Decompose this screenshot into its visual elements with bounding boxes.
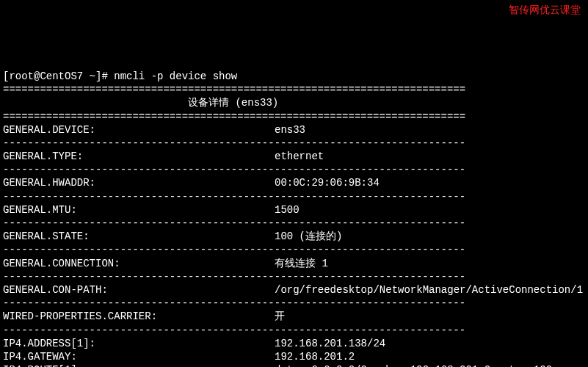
property-key: GENERAL.MTU:	[3, 203, 275, 217]
property-key: GENERAL.CON-PATH:	[3, 283, 275, 297]
property-key: GENERAL.HWADDR:	[3, 176, 275, 189]
section-title: 设备详情 (ens33)	[3, 96, 585, 109]
separator-double: ========================================…	[3, 83, 585, 96]
property-row: GENERAL.MTU:1500	[3, 203, 585, 217]
separator-dash: ----------------------------------------…	[3, 217, 585, 230]
property-value: /org/freedesktop/NetworkManager/ActiveCo…	[275, 283, 585, 297]
property-key: GENERAL.STATE:	[3, 230, 275, 243]
property-key: GENERAL.TYPE:	[3, 150, 275, 163]
property-row: GENERAL.CONNECTION:有线连接 1	[3, 257, 585, 270]
property-row: GENERAL.CON-PATH:/org/freedesktop/Networ…	[3, 283, 585, 297]
property-key: GENERAL.CONNECTION:	[3, 257, 275, 270]
property-value: ethernet	[275, 150, 585, 163]
property-row: WIRED-PROPERTIES.CARRIER:开	[3, 310, 585, 323]
property-row: GENERAL.HWADDR:00:0C:29:06:9B:34	[3, 176, 585, 189]
property-key: IP4.ROUTE[1]:	[3, 363, 275, 367]
separator-dash: ----------------------------------------…	[3, 243, 585, 256]
property-value: 100 (连接的)	[275, 230, 585, 243]
property-value: 192.168.201.138/24	[275, 337, 585, 350]
separator-dash: ----------------------------------------…	[3, 137, 585, 150]
separator-dash: ----------------------------------------…	[3, 324, 585, 337]
separator-dash: ----------------------------------------…	[3, 270, 585, 283]
ip4-row: IP4.ROUTE[1]:dst = 0.0.0.0/0, nh = 192.1…	[3, 363, 585, 367]
terminal-output: [root@CentOS7 ~]# nmcli -p device show==…	[3, 70, 585, 367]
property-value: 有线连接 1	[275, 257, 585, 270]
separator-dash: ----------------------------------------…	[3, 163, 585, 176]
property-key: IP4.GATEWAY:	[3, 350, 275, 363]
property-value: 00:0C:29:06:9B:34	[275, 176, 585, 189]
property-value: ens33	[275, 123, 585, 137]
ip4-row: IP4.GATEWAY:192.168.201.2	[3, 350, 585, 363]
property-value: 1500	[275, 203, 585, 217]
command-prompt: [root@CentOS7 ~]# nmcli -p device show	[3, 70, 585, 83]
ip4-row: IP4.ADDRESS[1]:192.168.201.138/24	[3, 337, 585, 350]
watermark-text: 智传网优云课堂	[509, 3, 581, 16]
property-row: GENERAL.STATE:100 (连接的)	[3, 230, 585, 243]
separator-dash: ----------------------------------------…	[3, 297, 585, 310]
property-row: GENERAL.TYPE:ethernet	[3, 150, 585, 163]
separator-double: ========================================…	[3, 110, 585, 123]
separator-dash: ----------------------------------------…	[3, 190, 585, 203]
property-value: 开	[275, 310, 585, 323]
property-value: 192.168.201.2	[275, 350, 585, 363]
property-key: GENERAL.DEVICE:	[3, 123, 275, 137]
property-value: dst = 0.0.0.0/0, nh = 192.168.201.2, mt …	[275, 363, 585, 367]
property-key: IP4.ADDRESS[1]:	[3, 337, 275, 350]
property-row: GENERAL.DEVICE:ens33	[3, 123, 585, 137]
property-key: WIRED-PROPERTIES.CARRIER:	[3, 310, 275, 323]
